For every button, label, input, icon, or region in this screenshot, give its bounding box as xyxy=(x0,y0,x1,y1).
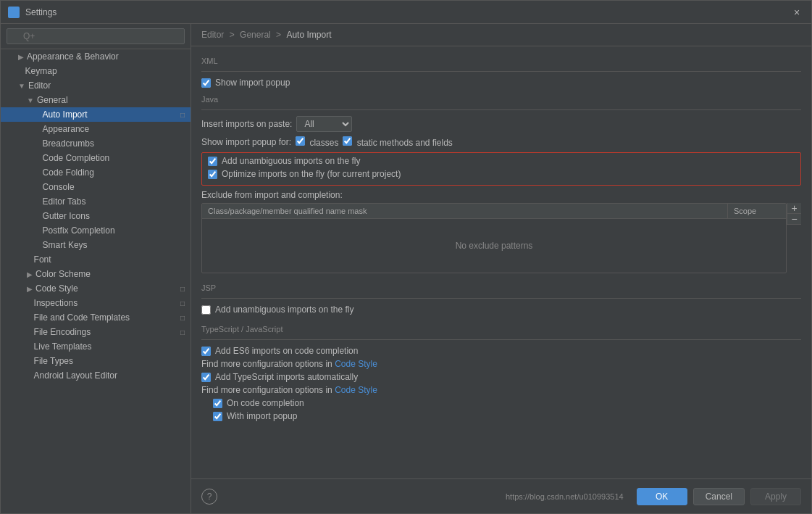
sidebar-item-code-folding[interactable]: Code Folding xyxy=(1,165,191,180)
sidebar-item-label: Color Scheme xyxy=(35,269,91,279)
insert-imports-select[interactable]: All Ask None xyxy=(296,116,352,132)
sidebar-item-label: Editor xyxy=(28,80,51,91)
on-code-completion-checkbox[interactable] xyxy=(213,399,222,408)
sidebar-item-gutter-icons[interactable]: Gutter Icons xyxy=(1,209,191,223)
code-style-link-2[interactable]: Code Style xyxy=(335,385,377,395)
jsp-unambiguous-row: Add unambiguous imports on the fly xyxy=(201,304,801,315)
add-es6-checkbox[interactable] xyxy=(201,347,211,356)
settings-icon: □ xyxy=(180,328,185,336)
sidebar-item-file-code-templates[interactable]: File and Code Templates □ xyxy=(1,310,191,325)
with-import-popup-label: With import popup xyxy=(227,411,297,421)
table-col2: Scope xyxy=(728,204,786,218)
sidebar-item-code-completion[interactable]: Code Completion xyxy=(1,151,191,165)
optimize-imports-checkbox[interactable] xyxy=(208,170,217,179)
with-import-popup-checkbox[interactable] xyxy=(213,412,222,421)
sidebar-item-keymap[interactable]: Keymap xyxy=(1,64,191,78)
table-header: Class/package/member qualified name mask… xyxy=(202,204,786,219)
insert-imports-row: Insert imports on paste: All Ask None xyxy=(201,116,801,132)
arrow-icon: ▼ xyxy=(27,96,34,104)
sidebar-item-label: Code Completion xyxy=(43,153,110,163)
on-code-completion-label: On code completion xyxy=(227,398,304,408)
app-icon xyxy=(8,7,20,18)
static-methods-checkbox[interactable] xyxy=(343,136,352,146)
with-import-popup-row: With import popup xyxy=(201,411,801,421)
search-wrap: 🔍 xyxy=(7,28,185,44)
close-button[interactable]: × xyxy=(790,5,804,20)
exclude-table-wrapper: Class/package/member qualified name mask… xyxy=(201,203,801,273)
help-button[interactable]: ? xyxy=(201,489,217,505)
sidebar-item-label: File Types xyxy=(34,356,73,366)
ts-divider xyxy=(201,339,801,340)
sidebar-item-label: Breadcrumbs xyxy=(43,138,94,149)
java-section-label: Java xyxy=(201,95,801,104)
arrow-spacer xyxy=(27,357,31,365)
arrow-spacer xyxy=(35,154,40,162)
sidebar-item-smart-keys[interactable]: Smart Keys xyxy=(1,238,191,252)
sidebar-item-postfix-completion[interactable]: Postfix Completion xyxy=(1,223,191,238)
find-more-2-text: Find more configuration options in xyxy=(201,385,332,395)
remove-pattern-button[interactable]: − xyxy=(787,214,801,225)
sidebar-item-console[interactable]: Console xyxy=(1,180,191,194)
search-input[interactable] xyxy=(7,28,185,44)
sidebar-item-android-layout-editor[interactable]: Android Layout Editor xyxy=(1,368,191,383)
add-unambiguous-java-row: Add unambiguous imports on the fly xyxy=(208,156,795,166)
arrow-spacer xyxy=(35,241,40,249)
separator-icon: > xyxy=(230,30,237,40)
breadcrumb: Editor > General > Auto Import xyxy=(191,24,811,46)
ts-section-label: TypeScript / JavaScript xyxy=(201,325,801,333)
add-pattern-button[interactable]: + xyxy=(787,203,801,214)
arrow-icon: ▶ xyxy=(18,53,24,61)
add-typescript-checkbox[interactable] xyxy=(201,373,211,382)
sidebar-item-general[interactable]: ▼ General xyxy=(1,93,191,107)
classes-checkbox[interactable] xyxy=(296,136,305,146)
sidebar-item-inspections[interactable]: Inspections □ xyxy=(1,296,191,310)
sidebar-item-appearance-behavior[interactable]: ▶ Appearance & Behavior xyxy=(1,49,191,64)
sidebar-item-live-templates[interactable]: Live Templates xyxy=(1,339,191,354)
arrow-spacer xyxy=(18,67,22,75)
sidebar-item-color-scheme[interactable]: ▶ Color Scheme xyxy=(1,267,191,281)
footer-left: ? xyxy=(201,489,217,505)
settings-icon: □ xyxy=(180,285,185,293)
sidebar-item-file-types[interactable]: File Types xyxy=(1,354,191,368)
code-style-link-1[interactable]: Code Style xyxy=(335,359,377,369)
breadcrumb-editor: Editor xyxy=(201,30,224,40)
titlebar: Settings × xyxy=(1,1,811,24)
java-divider xyxy=(201,109,801,110)
find-more-2-row: Find more configuration options in Code … xyxy=(201,385,801,395)
sidebar-item-auto-import[interactable]: Auto Import □ xyxy=(1,107,191,122)
arrow-icon: ▼ xyxy=(18,82,25,90)
sidebar-item-label: Inspections xyxy=(34,298,78,308)
xml-show-import-popup-checkbox[interactable] xyxy=(201,78,211,88)
arrow-icon: ▶ xyxy=(27,270,33,278)
jsp-unambiguous-checkbox[interactable] xyxy=(201,305,211,315)
cancel-button[interactable]: Cancel xyxy=(693,488,745,505)
add-unambiguous-java-checkbox[interactable] xyxy=(208,157,217,166)
ok-button[interactable]: OK xyxy=(637,488,687,505)
jsp-section-label: JSP xyxy=(201,283,801,292)
static-methods-checkbox-label: static methods and fields xyxy=(343,136,452,148)
optimize-imports-row: Optimize imports on the fly (for current… xyxy=(208,169,795,179)
sidebar-item-appearance[interactable]: Appearance xyxy=(1,122,191,136)
xml-section-label: XML xyxy=(201,57,801,65)
optimize-imports-label: Optimize imports on the fly (for current… xyxy=(222,169,401,179)
apply-button[interactable]: Apply xyxy=(750,488,801,505)
sidebar-item-label: Smart Keys xyxy=(43,240,88,250)
insert-imports-label: Insert imports on paste: xyxy=(201,119,292,129)
sidebar-item-editor[interactable]: ▼ Editor xyxy=(1,78,191,93)
footer-status-url: https://blog.csdn.net/u010993514 xyxy=(506,492,624,501)
add-unambiguous-java-label: Add unambiguous imports on the fly xyxy=(222,156,360,166)
xml-show-import-popup-row: Show import popup xyxy=(201,78,801,88)
sidebar-item-file-encodings[interactable]: File Encodings □ xyxy=(1,325,191,339)
sidebar-item-editor-tabs[interactable]: Editor Tabs xyxy=(1,194,191,209)
sidebar-item-label: Auto Import xyxy=(43,109,88,120)
sidebar-item-code-style[interactable]: ▶ Code Style □ xyxy=(1,281,191,296)
arrow-spacer xyxy=(35,125,40,133)
sidebar-item-breadcrumbs[interactable]: Breadcrumbs xyxy=(1,136,191,151)
sidebar-item-label: Postfix Completion xyxy=(43,225,115,236)
main-panel: Editor > General > Auto Import XML Show … xyxy=(191,24,811,513)
panel-body: XML Show import popup Java Insert import… xyxy=(191,46,811,478)
table-col1: Class/package/member qualified name mask xyxy=(202,204,728,218)
sidebar-item-font[interactable]: Font xyxy=(1,252,191,267)
sidebar-item-label: Console xyxy=(43,182,75,192)
sidebar-item-label: Code Folding xyxy=(43,167,94,178)
